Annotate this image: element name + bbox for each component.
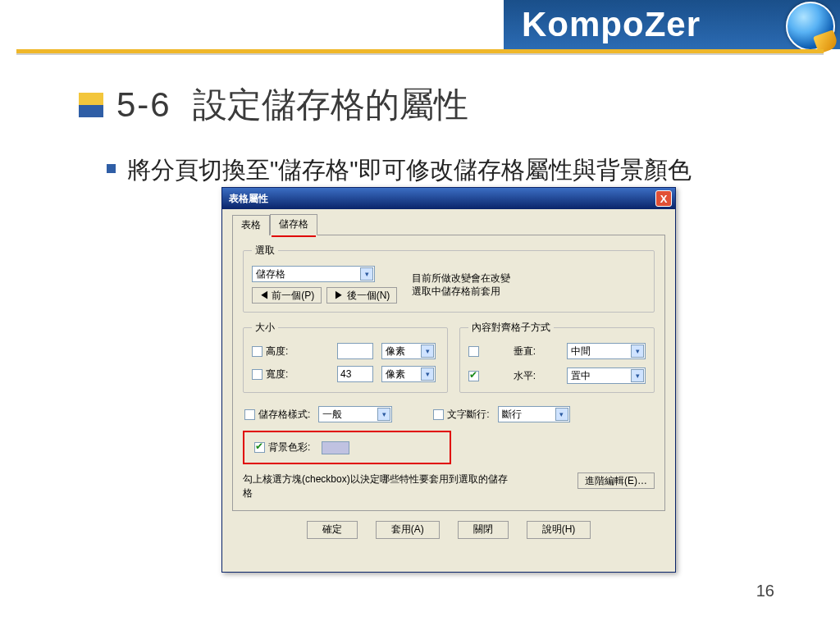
cell-style-checkbox[interactable] (244, 409, 255, 420)
dialog-button-row: 確定 套用(A) 關閉 說明(H) (232, 511, 665, 541)
prev-button[interactable]: ◀ 前一個(P) (252, 287, 322, 304)
cell-style-combo[interactable]: 一般▾ (318, 406, 392, 422)
page-number: 16 (756, 582, 774, 600)
selection-combo-value: 儲存格 (256, 267, 285, 281)
vertical-combo[interactable]: 中間▾ (567, 343, 646, 359)
title-label: 設定儲存格的屬性 (193, 85, 468, 124)
align-group: 內容對齊格子方式 垂直: 中間▾ 水平: 置中▾ (459, 321, 655, 393)
tab-strip: 表格 儲存格 (232, 216, 665, 235)
table-properties-dialog: 表格屬性 X 表格 儲存格 選取 儲存格 ▾ ◀ 前一個(P) (221, 187, 676, 573)
height-label: 高度: (266, 345, 288, 357)
horizontal-label: 水平: (514, 369, 560, 383)
size-legend: 大小 (252, 321, 278, 335)
width-input[interactable]: 43 (337, 366, 373, 382)
style-wrap-row: 儲存格樣式: 一般▾ 文字斷行: 斷行▾ (243, 401, 655, 424)
align-legend: 內容對齊格子方式 (468, 321, 554, 335)
tab-table[interactable]: 表格 (232, 215, 270, 235)
chevron-down-icon: ▾ (631, 369, 644, 382)
brand-text: KompoZer (522, 5, 701, 44)
slide-bullet-text: 將分頁切換至"儲存格"即可修改儲存格屬性與背景顏色 (127, 154, 692, 187)
horizontal-combo[interactable]: 置中▾ (567, 368, 646, 384)
bg-color-row: 背景色彩: (243, 431, 451, 464)
selection-legend: 選取 (252, 244, 278, 258)
chevron-down-icon: ▾ (631, 345, 644, 358)
chevron-down-icon: ▾ (421, 345, 434, 358)
wrap-combo[interactable]: 斷行▾ (498, 406, 570, 422)
tab-cell[interactable]: 儲存格 (270, 214, 317, 235)
apply-button[interactable]: 套用(A) (376, 521, 440, 539)
help-button[interactable]: 說明(H) (527, 521, 591, 539)
cell-style-label: 儲存格樣式: (258, 409, 310, 420)
slide-bullet-row: 將分頁切換至"儲存格"即可修改儲存格屬性與背景顏色 (107, 154, 692, 187)
size-group: 大小 高度: 像素▾ 寬度: 43 像素▾ (243, 321, 448, 393)
dialog-content: 表格 儲存格 選取 儲存格 ▾ ◀ 前一個(P) ▶ 後一個(N) (222, 209, 675, 549)
height-row: 高度: (252, 345, 331, 358)
width-label: 寬度: (266, 368, 288, 380)
wrap-checkbox[interactable] (433, 409, 444, 420)
dialog-titlebar[interactable]: 表格屬性 X (222, 188, 675, 209)
height-input[interactable] (337, 343, 373, 359)
chevron-down-icon: ▾ (377, 408, 390, 421)
width-row: 寬度: (252, 368, 331, 381)
selection-group: 選取 儲存格 ▾ ◀ 前一個(P) ▶ 後一個(N) 目前所做改變會在改變 (243, 244, 655, 313)
dialog-title: 表格屬性 (229, 192, 268, 206)
ok-button[interactable]: 確定 (307, 521, 358, 539)
tab-panel: 選取 儲存格 ▾ ◀ 前一個(P) ▶ 後一個(N) 目前所做改變會在改變 (232, 235, 665, 511)
close-icon: X (660, 193, 668, 205)
square-bullet-icon (107, 164, 116, 173)
selection-note: 目前所做改變會在改變 選取中儲存格前套用 (412, 272, 543, 298)
slide-header: KompoZer (0, 0, 840, 62)
bg-color-swatch[interactable] (322, 441, 349, 454)
close-dialog-button[interactable]: 關閉 (458, 521, 509, 539)
horizontal-checkbox[interactable] (468, 371, 479, 381)
hint-text: 勾上核選方塊(checkbox)以決定哪些特性要套用到選取的儲存格 (243, 472, 514, 500)
header-rule (0, 49, 840, 56)
chevron-down-icon: ▾ (555, 408, 568, 421)
chevron-down-icon: ▾ (360, 267, 373, 281)
slide-title: 5-6設定儲存格的屬性 (116, 82, 468, 128)
bg-label: 背景色彩: (268, 441, 310, 453)
width-unit-combo[interactable]: 像素▾ (381, 366, 436, 382)
height-unit-combo[interactable]: 像素▾ (381, 343, 436, 359)
section-number: 5-6 (116, 85, 171, 124)
vertical-checkbox[interactable] (468, 346, 479, 357)
title-bullet-icon (79, 93, 103, 117)
vertical-label: 垂直: (514, 345, 560, 358)
height-checkbox[interactable] (252, 346, 262, 357)
chevron-down-icon: ▾ (421, 368, 434, 381)
next-button[interactable]: ▶ 後一個(N) (326, 287, 397, 304)
slide-title-row: 5-6設定儲存格的屬性 (79, 82, 468, 128)
bg-checkbox[interactable] (254, 442, 265, 453)
wrap-label: 文字斷行: (447, 409, 489, 420)
close-button[interactable]: X (655, 190, 672, 207)
selection-combo[interactable]: 儲存格 ▾ (252, 266, 375, 282)
width-checkbox[interactable] (252, 369, 262, 380)
advanced-edit-button[interactable]: 進階編輯(E)… (578, 472, 655, 489)
kompozer-globe-icon (786, 2, 835, 51)
